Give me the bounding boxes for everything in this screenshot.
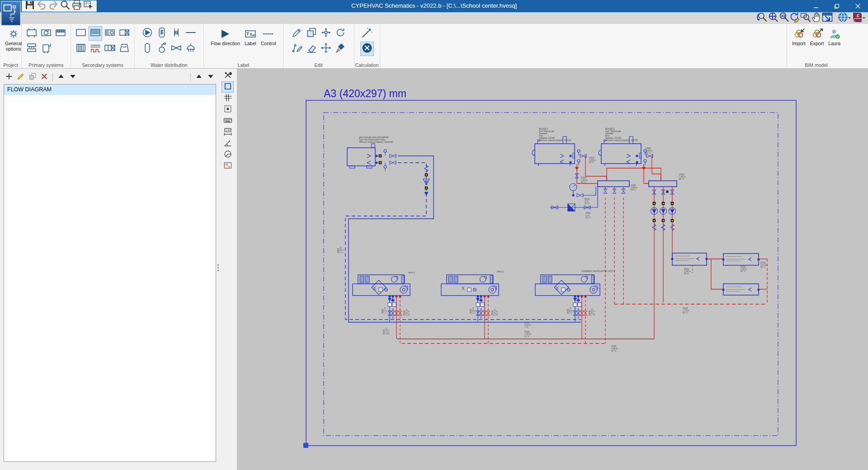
snap-button[interactable] (222, 104, 234, 115)
move-node-button[interactable] (319, 26, 333, 41)
maximize-button[interactable] (826, 0, 847, 12)
radiator-group-3[interactable] (723, 284, 759, 295)
pipe-tool-button[interactable] (184, 26, 198, 41)
ribbon-group-label: Flow direction Label Control Label (204, 24, 283, 68)
user-account-button[interactable]: Laura (826, 26, 843, 47)
condensing-unit-tool-button[interactable] (54, 26, 67, 41)
svg-text:AHU-1: AHU-1 (408, 271, 415, 274)
scroll-up-button[interactable] (193, 72, 204, 83)
erase-button[interactable] (305, 42, 318, 56)
flow-diagram-drawing[interactable] (303, 100, 796, 448)
radiator-group-2[interactable] (723, 254, 759, 265)
chiller-unit[interactable] (347, 144, 375, 168)
scroll-down-button[interactable] (205, 72, 216, 83)
zoom-previous-button[interactable] (757, 13, 767, 23)
language-caret-icon[interactable] (848, 17, 851, 19)
shutoff-valve-tool-button[interactable] (170, 26, 183, 41)
fan-coil-tool-button[interactable] (103, 26, 117, 41)
air-curtain-tool-button[interactable] (89, 26, 102, 41)
heat-pump-tool-button[interactable] (39, 26, 53, 41)
update-results-button[interactable] (360, 26, 374, 41)
control-button[interactable]: Control (259, 26, 278, 47)
redraw-button[interactable] (789, 13, 800, 23)
terminal-unit-tool-button[interactable] (118, 26, 131, 41)
pan-button[interactable] (811, 13, 821, 23)
radiator-tool-button[interactable] (74, 42, 88, 56)
expansion-vessel-tool-button[interactable] (141, 42, 154, 56)
cooling-tower-tool-button[interactable] (118, 42, 131, 56)
keyboard-entry-button[interactable] (222, 115, 234, 127)
zoom-extents-button[interactable] (768, 13, 778, 23)
window-title: CYPEHVAC Schematics - v2022.b - [C:\...\… (0, 2, 868, 9)
storage-tank-tool-button[interactable] (155, 26, 169, 41)
ahu-2[interactable] (441, 275, 499, 296)
copy-element-button[interactable] (305, 26, 318, 41)
scroll-down-icon (207, 72, 215, 82)
panel-splitter-handle[interactable] (217, 264, 219, 271)
bim-import-button[interactable]: Import (790, 26, 808, 47)
move-element-button[interactable] (319, 42, 333, 56)
edit-polyline-icon (291, 42, 303, 56)
application-icon[interactable] (1, 1, 21, 26)
drawing-canvas[interactable]: A3 (420x297) mm AIR-COOLED CHILLED WATER… (237, 69, 868, 470)
help-button[interactable] (852, 13, 863, 23)
language-button[interactable] (838, 13, 848, 23)
valve-tool-button[interactable] (170, 42, 183, 56)
ortho-button[interactable] (222, 81, 234, 93)
svg-text:DN501.66 l/s65 °C: DN501.66 l/s65 °C (581, 177, 588, 183)
svg-text:DN501.96 l/s60 °C: DN501.96 l/s60 °C (631, 184, 637, 191)
radiator-group-1[interactable] (672, 253, 707, 265)
common-ventilation-unit-1[interactable] (535, 275, 600, 296)
angles-button[interactable] (222, 138, 234, 149)
pipe-label: DN502.04 l/s12 °C (524, 331, 531, 338)
rotate-button[interactable] (334, 26, 347, 41)
ahu-2-label: AHU-2 (497, 270, 504, 273)
zoom-extents-icon (767, 11, 779, 25)
general-options-button[interactable]: General options (3, 26, 24, 53)
delete-diagram-button[interactable] (39, 72, 50, 83)
boiler-tool-button[interactable] (39, 42, 53, 56)
bim-export-button[interactable]: Export (808, 26, 826, 47)
diagram-list-item[interactable]: FLOW DIAGRAM (4, 85, 216, 95)
manifold-tool-button[interactable] (25, 42, 38, 56)
pipe-label: DN400.61 l/s60 °C (403, 309, 410, 315)
zone-tool-button[interactable] (74, 26, 88, 41)
svg-text:DN400.61 l/s60 °C: DN400.61 l/s60 °C (403, 309, 410, 315)
pump-tool-button[interactable] (141, 26, 154, 41)
group-label-water-distribution: Water distribution (135, 62, 203, 68)
close-button[interactable] (847, 0, 868, 12)
flow-direction-button[interactable]: Flow direction (208, 26, 242, 47)
help-caret-icon[interactable] (863, 17, 865, 19)
edit-polyline-button[interactable] (290, 42, 304, 56)
gauge-pump-tool-button[interactable] (155, 42, 169, 56)
arc-button[interactable] (222, 149, 234, 160)
full-screen-button[interactable] (822, 13, 832, 23)
minimize-button[interactable] (806, 0, 826, 12)
grid-button[interactable] (222, 93, 234, 104)
pipe-label: DN400.64 l/s60 °C (589, 309, 595, 315)
svg-text:DN501.66 l/s80 °C: DN501.66 l/s80 °C (646, 147, 652, 154)
ahu-tool-button[interactable] (103, 42, 117, 56)
underfloor-heating-tool-button[interactable] (89, 42, 102, 56)
move-up-button[interactable] (56, 72, 66, 83)
chiller-tool-button[interactable] (25, 26, 38, 41)
pump-icon (142, 27, 153, 40)
zoom-double-button[interactable] (778, 13, 789, 23)
edit-button[interactable] (290, 26, 304, 41)
svg-text:DN501.24 l/s7 °C: DN501.24 l/s7 °C (567, 307, 574, 314)
zoom-window-button[interactable] (800, 13, 811, 23)
coordinate-tools-button[interactable] (222, 70, 234, 81)
match-properties-button[interactable] (334, 42, 347, 56)
keyboard-icon (223, 116, 232, 127)
ahu-1[interactable] (353, 275, 410, 296)
move-down-button[interactable] (67, 72, 78, 83)
copy-diagram-button[interactable] (27, 72, 38, 83)
selection-window-button[interactable] (222, 160, 234, 172)
calculate-button[interactable] (360, 42, 374, 56)
edit-diagram-button[interactable] (15, 72, 26, 83)
add-diagram-button[interactable] (4, 72, 14, 83)
header-tool-button[interactable] (184, 42, 198, 56)
svg-text:DN400.64 l/s60 °C: DN400.64 l/s60 °C (589, 309, 595, 315)
label-button[interactable]: Label (242, 26, 259, 47)
dimensions-button[interactable]: 1.00 (222, 127, 234, 138)
